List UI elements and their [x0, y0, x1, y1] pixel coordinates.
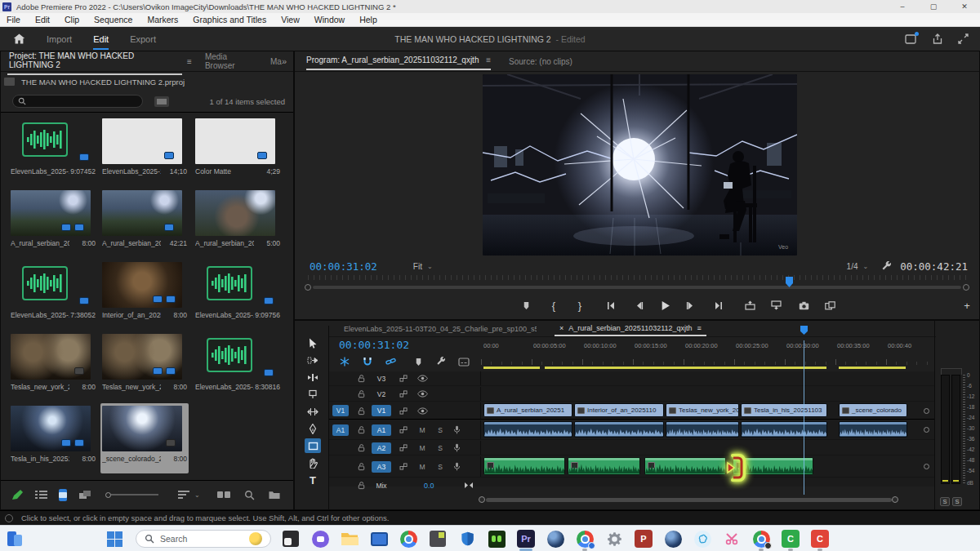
clickup-icon[interactable]: C — [810, 529, 830, 549]
new-bin-icon[interactable] — [268, 490, 281, 500]
tab-truncated[interactable]: Ma — [270, 57, 282, 66]
go-to-out-icon[interactable] — [710, 297, 728, 313]
timeline-audio-clip[interactable] — [741, 421, 827, 438]
slip-tool[interactable] — [305, 404, 321, 419]
play-button[interactable] — [656, 297, 674, 313]
program-scrubber[interactable] — [308, 283, 966, 291]
device-app-icon[interactable] — [369, 529, 389, 549]
program-video-frame[interactable]: Veo — [483, 74, 797, 256]
tab-project[interactable]: Project: THE MAN WHO HACKED LIGHTNING 2 — [7, 48, 182, 75]
share-icon[interactable] — [932, 33, 943, 45]
menu-edit[interactable]: Edit — [35, 15, 50, 24]
photopea-icon[interactable]: P — [634, 529, 653, 549]
track-name-v2[interactable]: V2 — [372, 389, 391, 400]
timeline-marker-icon[interactable] — [411, 355, 425, 368]
mark-out-icon[interactable]: } — [571, 297, 589, 313]
dark-app-icon[interactable] — [428, 529, 448, 549]
track-lock-icon[interactable] — [357, 425, 367, 434]
go-to-in-icon[interactable] — [602, 297, 620, 313]
program-timecode[interactable]: 00:00:31:02 — [310, 260, 377, 273]
track-lane-a1[interactable] — [481, 420, 934, 439]
track-name-a2[interactable]: A2 — [372, 442, 391, 454]
solo-button[interactable]: S — [435, 444, 445, 452]
chrome-icon[interactable] — [399, 529, 418, 549]
widgets-icon[interactable] — [5, 529, 24, 549]
menu-sequence[interactable]: Sequence — [94, 15, 132, 24]
timeline-music-clip[interactable] — [483, 457, 565, 475]
scrollbar-left-knob[interactable] — [479, 496, 485, 503]
menu-file[interactable]: File — [7, 15, 20, 24]
camtasia-icon[interactable]: C — [781, 529, 800, 549]
pen-tool[interactable] — [305, 421, 321, 436]
home-icon[interactable] — [13, 33, 25, 44]
tab-import[interactable]: Import — [47, 34, 72, 44]
button-editor-icon[interactable]: + — [958, 297, 976, 313]
green-people-app-icon[interactable] — [487, 529, 506, 549]
menu-clip[interactable]: Clip — [65, 15, 79, 24]
mark-in-icon[interactable]: { — [545, 297, 563, 313]
type-tool[interactable]: T — [305, 473, 321, 487]
menu-graphics-titles[interactable]: Graphics and Titles — [193, 15, 266, 24]
track-name-a3[interactable]: A3 — [372, 461, 391, 473]
project-item-selected[interactable]: _scene_colorado_2025...8:00 — [100, 403, 189, 473]
timeline-settings-wrench-icon[interactable] — [434, 355, 448, 368]
settings-gear-icon[interactable] — [604, 529, 624, 549]
timeline-playhead[interactable] — [804, 340, 804, 495]
extract-icon[interactable] — [767, 297, 785, 313]
track-lane-v3[interactable] — [481, 371, 934, 385]
sync-lock-icon[interactable] — [399, 444, 409, 451]
sequence-tab-inactive[interactable]: ElevenLabs_2025-11-03T20_04_25_Charlie_p… — [344, 325, 537, 333]
start-button[interactable] — [105, 529, 124, 549]
sync-lock-icon[interactable] — [399, 375, 409, 382]
zoom-slider[interactable] — [105, 492, 158, 498]
keyframe-nav-icon[interactable] — [464, 482, 474, 489]
project-item[interactable]: ElevenLabs_2025-...7:38052 — [9, 260, 97, 330]
project-item[interactable]: ElevenLabs_2025-11-...14;10 — [100, 116, 189, 186]
minimize-button[interactable]: – — [887, 0, 918, 13]
maximize-button[interactable]: ▢ — [918, 0, 949, 13]
list-view-icon[interactable] — [35, 490, 47, 500]
tab-program[interactable]: Program: A_rural_serbian_202511032112_qx… — [306, 52, 491, 70]
close-button[interactable]: ✕ — [949, 0, 980, 13]
fullscreen-icon[interactable] — [958, 33, 969, 44]
timeline-panel-menu-icon[interactable]: ≡ — [697, 324, 702, 332]
project-item[interactable]: ElevenLabs_2025-...9:09756 — [194, 260, 282, 330]
tab-edit[interactable]: Edit — [93, 34, 109, 44]
source-patch-video[interactable]: V1 — [332, 405, 349, 416]
project-item[interactable]: A_rural_serbian_2025...5:00 — [194, 188, 282, 258]
meter-solo-right[interactable]: S — [952, 497, 962, 506]
menu-help[interactable]: Help — [359, 15, 377, 24]
track-output-eye-icon[interactable] — [417, 407, 427, 415]
scrubber-right-knob[interactable] — [963, 284, 969, 291]
chrome-profile-icon[interactable] — [575, 529, 595, 549]
timeline-audio-clip[interactable] — [483, 421, 572, 438]
mute-button[interactable]: M — [417, 426, 427, 434]
rectangle-tool[interactable] — [305, 438, 321, 453]
chat-icon[interactable] — [310, 529, 330, 549]
track-lock-icon[interactable] — [357, 389, 367, 398]
track-name-a1[interactable]: A1 — [372, 424, 391, 436]
menu-markers[interactable]: Markers — [147, 15, 178, 24]
project-item[interactable]: A_rural_serbian_202...42:21 — [100, 188, 189, 258]
mix-level-value[interactable]: 0.0 — [424, 482, 434, 490]
voiceover-mic-icon[interactable] — [453, 425, 463, 434]
mute-button[interactable]: M — [417, 463, 427, 471]
find-icon[interactable] — [244, 490, 255, 500]
track-lane-v1[interactable]: A_rural_serbian_20251 Interior_of_an_202… — [481, 402, 934, 419]
tab-media-browser[interactable]: Media Browser — [205, 52, 257, 70]
track-name-v1[interactable]: V1 — [372, 405, 391, 416]
project-item[interactable]: Teslas_new_york_202...8:00 — [100, 331, 189, 402]
track-name-v3[interactable]: V3 — [372, 373, 391, 384]
sequence-tab-active[interactable]: × A_rural_serbian_202511032112_qxjth ≡ — [555, 322, 706, 336]
sync-lock-icon[interactable] — [399, 390, 409, 398]
solo-button[interactable]: S — [435, 426, 445, 434]
timeline-horizontal-scrollbar[interactable] — [481, 497, 928, 503]
project-item[interactable]: Teslas_new_york_202...8:00 — [9, 331, 97, 402]
sort-icon[interactable]: ⌄ — [178, 491, 200, 499]
tab-export[interactable]: Export — [130, 34, 156, 44]
source-patch-audio[interactable]: A1 — [332, 424, 349, 436]
comparison-view-icon[interactable] — [821, 297, 839, 313]
breadcrumb[interactable]: THE MAN WHO HACKED LIGHTNING 2.prproj — [21, 78, 185, 87]
track-lock-icon[interactable] — [357, 443, 367, 452]
snap-icon[interactable] — [360, 355, 375, 368]
